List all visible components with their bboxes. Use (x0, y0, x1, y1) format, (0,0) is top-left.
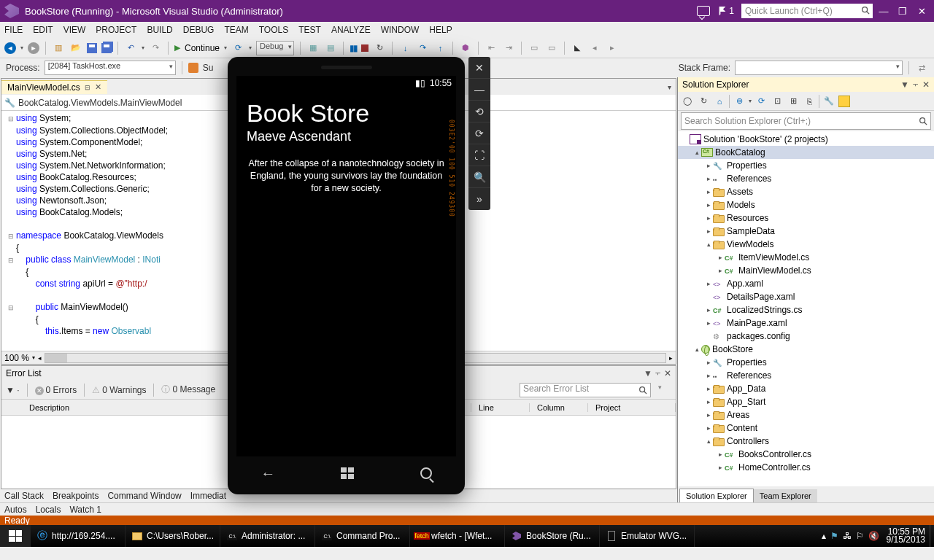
tree-node[interactable]: ▴ViewModels (678, 238, 934, 251)
step-into-button[interactable]: ↓ (398, 42, 412, 55)
search-error-input[interactable]: Search Error List ▾ (520, 383, 651, 397)
notifications-flag[interactable]: 1 (717, 6, 734, 16)
menu-help[interactable]: HELP (429, 25, 452, 35)
tray-action-icon[interactable]: ⚐ (856, 531, 864, 541)
taskbar-item[interactable]: C:\Command Pro... (315, 525, 410, 547)
feedback-icon[interactable] (697, 6, 710, 16)
bookmark-button[interactable]: ◣ (571, 42, 584, 55)
tree-node[interactable]: packages.config (678, 330, 934, 343)
next-bookmark-button[interactable]: ▸ (606, 42, 619, 55)
menu-test[interactable]: TEST (298, 25, 321, 35)
close-button[interactable]: ✕ (914, 6, 930, 17)
tree-node[interactable]: ▸App.xaml (678, 277, 934, 290)
se-pin-icon[interactable]: ⫟ (911, 79, 920, 90)
debug-tab-locals[interactable]: Locals (36, 505, 61, 515)
se-copy-button[interactable]: ⎘ (803, 95, 816, 108)
step-over-button[interactable]: ↷ (416, 42, 429, 55)
tree-node[interactable]: ▸Properties (678, 356, 934, 369)
se-properties-button[interactable]: 🔧 (822, 95, 835, 108)
errors-toggle[interactable]: ✕0 Errors (35, 385, 77, 395)
save-button[interactable] (87, 43, 97, 53)
se-showall-button[interactable]: ⊞ (787, 95, 800, 108)
prev-bookmark-button[interactable]: ◂ (588, 42, 601, 55)
tree-node[interactable]: ▴BookCatalog (678, 146, 934, 159)
redo-button[interactable]: ↷ (149, 42, 162, 55)
new-project-button[interactable]: ▥ (52, 42, 65, 55)
stackframe-combo[interactable] (735, 61, 903, 75)
system-tray[interactable]: ▴ ⚑ 🖧 ⚐ 🔇 (819, 531, 882, 541)
open-file-button[interactable]: 📂 (69, 42, 82, 55)
taskbar-item[interactable]: BookStore (Ru... (505, 525, 600, 547)
emu-rotate-left-button[interactable]: ⟲ (468, 101, 490, 122)
tree-node[interactable]: ▸HomeController.cs (678, 461, 934, 474)
phone-back-button[interactable]: ← (260, 465, 275, 482)
menu-file[interactable]: FILE (4, 25, 23, 35)
step-out-button[interactable]: ↑ (433, 42, 447, 55)
restart-debug-button[interactable]: ↻ (373, 42, 386, 55)
se-fwd-button[interactable]: ↻ (697, 95, 710, 108)
se-back-button[interactable]: ◯ (681, 95, 694, 108)
tree-node[interactable]: ▸LocalizedStrings.cs (678, 303, 934, 316)
tray-up-icon[interactable]: ▴ (822, 531, 826, 541)
debug-tab-autos[interactable]: Autos (4, 505, 27, 515)
se-tab-solution-explorer[interactable]: Solution Explorer (679, 489, 754, 502)
nav-fwd-button[interactable]: ► (28, 42, 39, 54)
panel-close-icon[interactable]: ✕ (664, 368, 671, 378)
show-desktop-button[interactable] (930, 525, 934, 547)
thread-button[interactable]: ⇄ (915, 61, 928, 74)
tool-tab-command-window[interactable]: Command Window (107, 491, 181, 501)
taskbar-item[interactable]: ⓔhttp://169.254.... (31, 525, 126, 547)
tree-node[interactable]: ▸MainPage.xaml (678, 316, 934, 330)
lifecycle-icon[interactable] (188, 63, 198, 73)
se-tab-team-explorer[interactable]: Team Explorer (754, 489, 817, 502)
tree-node[interactable]: ▴Controllers (678, 435, 934, 448)
tree-node[interactable]: ▸App_Data (678, 382, 934, 395)
tree-node[interactable]: ▸Content (678, 421, 934, 435)
taskbar-item[interactable]: Emulator WVG... (600, 525, 695, 547)
config-combo[interactable]: Debug (256, 41, 294, 55)
se-preview-button[interactable] (838, 96, 850, 107)
tree-node[interactable]: ▸References (678, 369, 934, 382)
taskbar-item[interactable]: C:\Administrator: ... (220, 525, 315, 547)
indent-less-button[interactable]: ⇤ (485, 42, 498, 55)
emu-zoom-button[interactable]: 🔍 (468, 166, 490, 188)
emu-close-button[interactable]: ✕ (468, 57, 490, 79)
pause-button[interactable]: ▮▮ (350, 43, 357, 53)
layout-btn2[interactable]: ▤ (324, 42, 337, 55)
close-tab-icon[interactable]: ✕ (95, 82, 101, 92)
zoom-combo[interactable]: 100 % (4, 353, 29, 363)
save-all-button[interactable] (101, 43, 112, 53)
tree-node[interactable]: ▸App_Start (678, 395, 934, 408)
se-sync-button[interactable]: ⊚ (733, 95, 746, 108)
tree-node[interactable]: ▸MainViewModel.cs (678, 264, 934, 277)
tray-network-icon[interactable]: 🖧 (843, 531, 852, 541)
taskbar-item[interactable]: C:\Users\Rober... (126, 525, 220, 547)
taskbar-item[interactable]: fetchwfetch - [Wfet... (410, 525, 505, 547)
hex-button[interactable]: ⬢ (459, 42, 472, 55)
tree-node[interactable]: ▸Models (678, 198, 934, 211)
pin-icon[interactable]: ⊟ (85, 84, 90, 91)
tree-node[interactable]: DetailsPage.xaml (678, 290, 934, 303)
tree-node[interactable]: ▸Assets (678, 185, 934, 198)
tree-node[interactable]: ▸ItemViewModel.cs (678, 251, 934, 264)
restore-button[interactable]: ❐ (895, 6, 911, 17)
emulator-screen[interactable]: ▮▯10:55 Book Store Maeve Ascendant After… (236, 76, 456, 456)
uncomment-button[interactable]: ▭ (545, 42, 558, 55)
tree-node[interactable]: ▸References (678, 172, 934, 185)
se-collapse-button[interactable]: ⊡ (771, 95, 784, 108)
continue-button[interactable]: ▶ (174, 43, 180, 52)
se-dropdown-icon[interactable]: ▼ (900, 79, 909, 90)
indent-more-button[interactable]: ⇥ (502, 42, 515, 55)
menu-tools[interactable]: TOOLS (259, 25, 288, 35)
se-close-icon[interactable]: ✕ (922, 79, 930, 90)
phone-start-button[interactable] (341, 467, 354, 479)
menu-build[interactable]: BUILD (147, 25, 172, 35)
quick-launch-input[interactable]: Quick Launch (Ctrl+Q) (741, 4, 873, 18)
emulator-toolbar[interactable]: ✕ — ⟲ ⟳ ⛶ 🔍 » (468, 57, 490, 210)
tree-node[interactable]: ▸Areas (678, 408, 934, 421)
warnings-toggle[interactable]: 0 Warnings (92, 385, 146, 395)
comment-button[interactable]: ▭ (528, 42, 541, 55)
tray-volume-icon[interactable]: 🔇 (868, 531, 879, 541)
menu-analyze[interactable]: ANALYZE (331, 25, 371, 35)
se-search-input[interactable]: Search Solution Explorer (Ctrl+;) ▾ (681, 112, 931, 130)
